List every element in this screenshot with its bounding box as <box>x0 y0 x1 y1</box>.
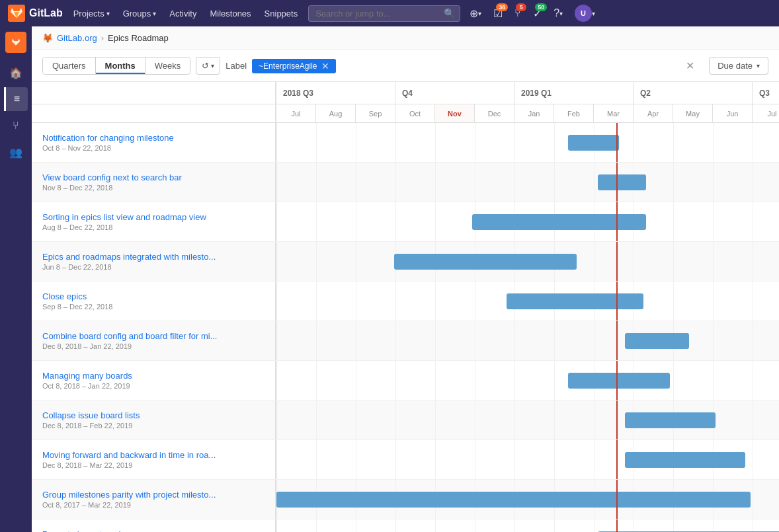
sidebar-item-home[interactable]: 🏠 <box>4 61 28 85</box>
grid-line <box>395 400 396 439</box>
epic-bar[interactable] <box>394 254 576 270</box>
grid-line <box>395 361 396 400</box>
sidebar-home-icon[interactable] <box>5 32 26 53</box>
grid-line <box>356 440 356 479</box>
grid-line <box>673 242 674 281</box>
grid-line <box>594 400 594 439</box>
plus-button[interactable]: ⊕ ▾ <box>466 5 485 22</box>
milestones-link[interactable]: Milestones <box>204 6 256 21</box>
table-row: View board config next to search barNov … <box>32 163 779 202</box>
grid-line <box>514 321 515 360</box>
grid-line <box>634 242 634 281</box>
history-button[interactable]: ↺ ▾ <box>196 57 220 75</box>
epic-title[interactable]: Moving forward and backward in time in r… <box>42 450 265 460</box>
gantt-left-month-placeholder <box>32 104 276 123</box>
grid-line <box>316 440 317 479</box>
today-line <box>616 519 618 532</box>
table-row: Promote issue to epicNov 8, 2018 – Apr 2… <box>32 519 779 532</box>
grid-line <box>276 361 277 400</box>
grid-line <box>356 163 356 202</box>
grid-line <box>435 123 436 162</box>
groups-link[interactable]: Groups ▾ <box>118 6 162 21</box>
merge-requests-button[interactable]: ⑂ 5 <box>511 5 525 22</box>
nav-links: Projects ▾ Groups ▾ Activity Milestones … <box>68 6 304 21</box>
projects-link[interactable]: Projects ▾ <box>68 6 115 21</box>
logo[interactable]: GitLab <box>8 5 63 22</box>
epic-bar[interactable] <box>472 214 646 230</box>
search-input[interactable] <box>308 5 460 22</box>
due-date-button[interactable]: Due date ▾ <box>709 57 768 75</box>
months-tab[interactable]: Months <box>95 57 145 74</box>
grid-line <box>356 361 356 400</box>
epic-dates: Jun 8 – Dec 22, 2018 <box>42 263 265 271</box>
month-mar: Mar <box>594 104 634 122</box>
grid-line <box>673 519 674 532</box>
sidebar-item-merge[interactable]: ⑂ <box>4 114 28 137</box>
epic-bar[interactable] <box>568 135 619 151</box>
table-row: Sorting in epics list view and roadmap v… <box>32 202 779 242</box>
quarters-tab[interactable]: Quarters <box>43 57 95 74</box>
clear-filters-button[interactable]: ✕ <box>682 59 698 72</box>
epic-title[interactable]: Managing many boards <box>42 371 265 381</box>
epic-dates: Oct 8, 2017 – Mar 22, 2019 <box>42 501 265 509</box>
grid-line <box>435 163 436 202</box>
todo-button[interactable]: ☑ 36 <box>489 5 507 22</box>
sidebar-item-members[interactable]: 👥 <box>4 140 28 164</box>
epic-title[interactable]: Collapse issue board lists <box>42 410 265 420</box>
epic-title[interactable]: Sorting in epics list view and roadmap v… <box>42 212 265 222</box>
epic-title[interactable]: Promote issue to epic <box>42 529 265 532</box>
epic-bar[interactable] <box>598 174 646 190</box>
grid-line <box>713 242 714 281</box>
table-row: Combine board config and board filter fo… <box>32 321 779 361</box>
epic-bar[interactable] <box>276 492 751 508</box>
todo-badge: 36 <box>496 3 508 11</box>
epic-title[interactable]: Epics and roadmaps integrated with miles… <box>42 252 265 262</box>
epic-title[interactable]: Combine board config and board filter fo… <box>42 331 265 341</box>
epic-title[interactable]: Notification for changing milestone <box>42 133 265 143</box>
epic-bar[interactable] <box>625 452 745 468</box>
table-row: Collapse issue board listsDec 8, 2018 – … <box>32 400 779 440</box>
epic-title[interactable]: View board config next to search bar <box>42 172 265 182</box>
grid-line <box>514 400 515 439</box>
activity-link[interactable]: Activity <box>164 6 202 21</box>
grid-line <box>475 123 475 162</box>
epic-bar[interactable] <box>507 293 643 309</box>
help-button[interactable]: ? ▾ <box>550 5 567 22</box>
view-toggle: Quarters Months Weeks <box>42 57 190 75</box>
gantt-body: Notification for changing milestoneOct 8… <box>32 123 779 532</box>
grid-line <box>514 519 515 532</box>
breadcrumb-org-link[interactable]: GitLab.org <box>57 33 97 43</box>
quarter-q3-2019: Q3 <box>753 82 779 104</box>
weeks-tab[interactable]: Weeks <box>145 57 190 74</box>
quarter-q1-2019: 2019 Q1 <box>514 82 634 104</box>
grid-line <box>753 519 753 532</box>
sidebar-item-issues[interactable]: ≡ <box>4 87 28 111</box>
grid-line <box>316 282 317 321</box>
grid-line <box>753 361 753 400</box>
snippets-link[interactable]: Snippets <box>259 6 304 21</box>
gantt-container: 2018 Q3 Q4 2019 Q1 Q2 Q3 Jul Aug Sep Oct <box>32 82 779 532</box>
label-remove-button[interactable]: ✕ <box>321 61 329 71</box>
grid-line <box>713 202 714 241</box>
today-line <box>616 242 618 281</box>
epic-bar[interactable] <box>625 333 689 349</box>
gantt-bar-area <box>276 282 779 321</box>
user-avatar-button[interactable]: U ▾ <box>571 2 599 24</box>
grid-line <box>554 400 555 439</box>
help-icon: ? <box>554 7 559 19</box>
epic-dates: Dec 8, 2018 – Mar 22, 2019 <box>42 461 265 469</box>
epic-title[interactable]: Close epics <box>42 291 265 301</box>
gantt-header: 2018 Q3 Q4 2019 Q1 Q2 Q3 <box>32 82 779 104</box>
logo-text: GitLab <box>29 7 63 19</box>
grid-line <box>514 440 515 479</box>
grid-line <box>395 440 396 479</box>
grid-line <box>276 519 277 532</box>
today-line <box>616 440 618 479</box>
epic-bar[interactable] <box>568 373 670 389</box>
epic-title[interactable]: Group milestones parity with project mil… <box>42 490 265 500</box>
issues-button[interactable]: ✓ 50 <box>529 5 546 22</box>
epic-info-cell: Combine board config and board filter fo… <box>32 321 276 360</box>
epic-bar[interactable] <box>625 412 716 428</box>
grid-line <box>316 242 317 281</box>
label-filter-section: Label ~EnterpriseAgile ✕ <box>226 59 335 73</box>
